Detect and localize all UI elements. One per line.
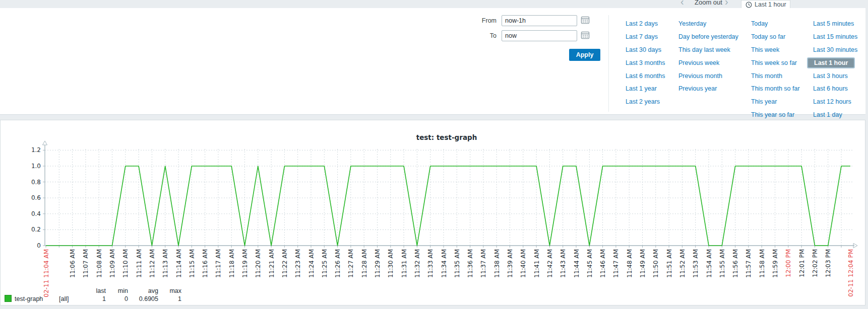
svg-text:11:31 AM: 11:31 AM xyxy=(401,249,408,278)
svg-text:11:47 AM: 11:47 AM xyxy=(612,249,619,278)
svg-text:02-11 12:04 PM: 02-11 12:04 PM xyxy=(847,249,854,297)
quickrange-this-week-so-far[interactable]: This week so far xyxy=(751,59,797,66)
time-shift-forward-button[interactable]: › xyxy=(725,0,728,7)
graph-legend: last min avg max test-graph [all] 1 0 0.… xyxy=(5,287,181,302)
quickrange-last-3-hours[interactable]: Last 3 hours xyxy=(813,72,848,80)
series xyxy=(46,166,850,246)
svg-text:11:58 AM: 11:58 AM xyxy=(759,249,766,278)
series-avg-value: 0.6905 xyxy=(128,295,158,302)
svg-text:12:02 PM: 12:02 PM xyxy=(812,249,819,277)
quickrange-last-12-hours[interactable]: Last 12 hours xyxy=(813,98,851,105)
quickrange-previous-week[interactable]: Previous week xyxy=(678,59,719,66)
svg-text:0.8: 0.8 xyxy=(31,179,41,186)
quickrange-this-month-so-far[interactable]: This month so far xyxy=(751,85,800,92)
quickrange-last-15-minutes[interactable]: Last 15 minutes xyxy=(813,33,857,40)
time-range-tab[interactable]: Last 1 hour xyxy=(741,0,790,8)
svg-text:11:15 AM: 11:15 AM xyxy=(189,249,196,278)
series-max-value: 1 xyxy=(158,295,181,302)
legend-header-avg: avg xyxy=(128,287,158,294)
svg-text:1.0: 1.0 xyxy=(31,163,41,170)
svg-text:11:35 AM: 11:35 AM xyxy=(454,249,461,278)
time-filter-panel: From To Apply xyxy=(0,8,865,115)
quickrange-this-year[interactable]: This year xyxy=(751,98,777,105)
svg-text:11:22 AM: 11:22 AM xyxy=(281,249,288,278)
svg-text:11:21 AM: 11:21 AM xyxy=(268,249,275,278)
svg-text:0.2: 0.2 xyxy=(31,226,41,233)
svg-text:11:07 AM: 11:07 AM xyxy=(82,249,89,278)
series-name: test-graph xyxy=(15,295,59,302)
clock-icon xyxy=(746,2,752,8)
svg-text:0.6: 0.6 xyxy=(31,194,41,201)
quickrange-last-1-hour-selected[interactable]: Last 1 hour xyxy=(807,57,855,68)
svg-text:11:57 AM: 11:57 AM xyxy=(745,249,752,278)
quickrange-this-month[interactable]: This month xyxy=(751,72,782,80)
graph-panel: test: test-graph00.20.40.60.81.01.202-11… xyxy=(0,120,865,305)
quick-range-column-4: Last 5 minutesLast 15 minutesLast 30 min… xyxy=(813,17,857,121)
quickrange-last-6-hours[interactable]: Last 6 hours xyxy=(813,85,848,92)
quickrange-last-2-days[interactable]: Last 2 days xyxy=(626,20,658,27)
svg-text:11:41 AM: 11:41 AM xyxy=(533,249,540,278)
graph-canvas: test: test-graph00.20.40.60.81.01.202-11… xyxy=(1,120,866,305)
zoom-out-button[interactable]: Zoom out xyxy=(695,0,722,6)
svg-text:1.2: 1.2 xyxy=(31,146,41,153)
top-bar: ‹ Zoom out › Last 1 hour xyxy=(0,0,868,8)
svg-text:11:20 AM: 11:20 AM xyxy=(255,249,262,278)
quickrange-last-7-days[interactable]: Last 7 days xyxy=(626,33,658,40)
legend-series-row: test-graph [all] 1 0 0.6905 1 xyxy=(5,294,181,302)
svg-text:11:25 AM: 11:25 AM xyxy=(321,249,328,278)
quickrange-previous-year[interactable]: Previous year xyxy=(678,85,717,92)
svg-text:11:40 AM: 11:40 AM xyxy=(520,249,527,278)
quickrange-this-year-so-far[interactable]: This year so far xyxy=(751,111,794,118)
svg-text:11:30 AM: 11:30 AM xyxy=(387,249,394,278)
quickrange-today-so-far[interactable]: Today so far xyxy=(751,33,785,40)
quickrange-yesterday[interactable]: Yesterday xyxy=(678,20,706,27)
svg-text:11:19 AM: 11:19 AM xyxy=(241,249,249,278)
svg-text:11:09 AM: 11:09 AM xyxy=(109,249,116,278)
quickrange-last-5-minutes[interactable]: Last 5 minutes xyxy=(813,20,854,27)
svg-text:11:33 AM: 11:33 AM xyxy=(427,249,434,278)
svg-text:11:54 AM: 11:54 AM xyxy=(706,249,713,278)
series-line xyxy=(46,166,850,246)
quick-range-column-1: Last 2 daysLast 7 daysLast 30 daysLast 3… xyxy=(626,17,665,108)
svg-text:11:08 AM: 11:08 AM xyxy=(96,249,103,278)
svg-text:11:18 AM: 11:18 AM xyxy=(228,249,235,278)
legend-header-min: min xyxy=(106,287,128,294)
quickrange-last-1-year[interactable]: Last 1 year xyxy=(626,85,657,92)
svg-text:11:10 AM: 11:10 AM xyxy=(122,249,129,278)
series-swatch-icon xyxy=(5,295,12,302)
quickrange-last-30-days[interactable]: Last 30 days xyxy=(626,46,661,53)
quickrange-day-before-yesterday[interactable]: Day before yesterday xyxy=(678,33,738,40)
svg-text:11:46 AM: 11:46 AM xyxy=(599,249,606,278)
quickrange-last-6-months[interactable]: Last 6 months xyxy=(626,72,665,80)
quickrange-this-week[interactable]: This week xyxy=(751,46,779,53)
quick-ranges: Last 2 daysLast 7 daysLast 30 daysLast 3… xyxy=(0,17,865,113)
svg-text:11:53 AM: 11:53 AM xyxy=(692,249,699,278)
svg-text:11:51 AM: 11:51 AM xyxy=(666,249,673,278)
svg-text:11:13 AM: 11:13 AM xyxy=(162,249,169,278)
svg-text:11:06 AM: 11:06 AM xyxy=(69,249,76,278)
svg-text:11:38 AM: 11:38 AM xyxy=(493,249,501,278)
svg-text:0.4: 0.4 xyxy=(31,210,41,217)
quickrange-last-3-months[interactable]: Last 3 months xyxy=(626,59,665,66)
svg-text:11:26 AM: 11:26 AM xyxy=(334,249,341,278)
time-shift-back-button[interactable]: ‹ xyxy=(680,0,684,7)
svg-text:11:44 AM: 11:44 AM xyxy=(573,249,580,278)
series-filter: [all] xyxy=(59,295,83,302)
series-last-value: 1 xyxy=(83,295,106,302)
quickrange-last-2-years[interactable]: Last 2 years xyxy=(626,98,660,105)
series-min-value: 0 xyxy=(106,295,128,302)
quickrange-previous-month[interactable]: Previous month xyxy=(678,72,722,80)
svg-text:11:42 AM: 11:42 AM xyxy=(546,249,553,278)
quickrange-last-30-minutes[interactable]: Last 30 minutes xyxy=(813,46,857,53)
svg-text:11:56 AM: 11:56 AM xyxy=(732,249,739,278)
svg-text:11:55 AM: 11:55 AM xyxy=(719,249,726,278)
svg-text:11:59 AM: 11:59 AM xyxy=(772,249,779,278)
svg-text:11:50 AM: 11:50 AM xyxy=(652,249,659,278)
y-grid-and-labels: 00.20.40.60.81.01.2 xyxy=(31,146,852,249)
quickrange-last-1-day[interactable]: Last 1 day xyxy=(813,111,842,118)
quickrange-this-day-last-week[interactable]: This day last week xyxy=(678,46,730,53)
svg-text:11:16 AM: 11:16 AM xyxy=(202,249,209,278)
quickrange-today[interactable]: Today xyxy=(751,20,768,27)
graph-title: test: test-graph xyxy=(416,133,477,141)
svg-text:11:29 AM: 11:29 AM xyxy=(374,249,381,278)
